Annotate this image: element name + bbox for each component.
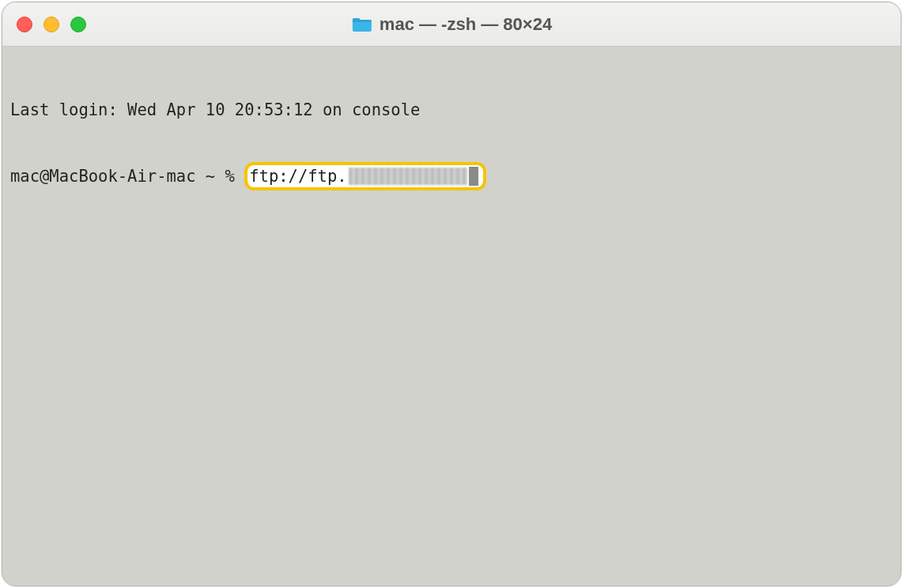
last-login-text: Last login: Wed Apr 10 20:53:12 on conso… xyxy=(10,99,420,121)
titlebar: mac — -zsh — 80×24 xyxy=(2,2,901,47)
last-login-line: Last login: Wed Apr 10 20:53:12 on conso… xyxy=(10,99,893,121)
folder-icon xyxy=(351,15,373,34)
terminal-body[interactable]: Last login: Wed Apr 10 20:53:12 on conso… xyxy=(2,47,901,586)
traffic-lights xyxy=(17,17,86,32)
text-cursor xyxy=(469,167,478,186)
command-visible-text: ftp://ftp. xyxy=(249,165,346,187)
zoom-button[interactable] xyxy=(70,17,86,32)
close-button[interactable] xyxy=(17,17,32,32)
shell-prompt: mac@MacBook-Air-mac ~ % xyxy=(10,165,244,187)
minimize-button[interactable] xyxy=(43,17,59,32)
command-highlight: ftp://ftp. xyxy=(244,162,486,190)
terminal-window: mac — -zsh — 80×24 Last login: Wed Apr 1… xyxy=(2,2,901,586)
prompt-line: mac@MacBook-Air-mac ~ % ftp://ftp. xyxy=(10,165,893,190)
window-title-text: mac — -zsh — 80×24 xyxy=(380,14,552,35)
command-redacted xyxy=(349,168,467,185)
window-title: mac — -zsh — 80×24 xyxy=(351,14,552,35)
